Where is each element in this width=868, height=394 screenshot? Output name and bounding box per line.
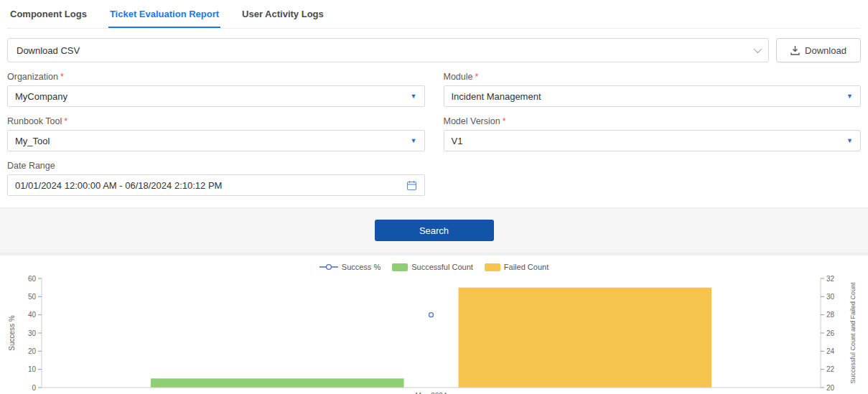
caret-down-icon: ▼ <box>411 93 417 100</box>
chart-card: Success %Successful CountFailed Count 01… <box>0 255 868 394</box>
svg-text:50: 50 <box>28 293 37 301</box>
field-runbook-tool: Runbook Tool* My_Tool ▼ <box>7 107 425 151</box>
model-version-select[interactable]: V1 ▼ <box>444 130 862 151</box>
chart: 010203040506020222426283032May 2024Month… <box>6 274 862 394</box>
field-model-version: Model Version* V1 ▼ <box>444 107 862 151</box>
svg-text:60: 60 <box>28 275 37 283</box>
svg-text:28: 28 <box>826 311 835 319</box>
top-section: Component Logs Ticket Evaluation Report … <box>0 0 868 207</box>
svg-text:22: 22 <box>826 365 835 373</box>
download-button-label: Download <box>805 45 846 56</box>
legend-line-icon <box>319 263 338 271</box>
legend-label: Success % <box>342 263 381 271</box>
svg-text:10: 10 <box>28 365 37 373</box>
export-row: Download CSV Download <box>7 38 861 62</box>
organization-select[interactable]: MyCompany ▼ <box>7 85 425 107</box>
download-button[interactable]: Download <box>776 38 861 62</box>
field-date-range: Date Range 01/01/2024 12:00:00 AM - 06/1… <box>7 151 425 196</box>
svg-text:32: 32 <box>826 275 835 283</box>
svg-text:0: 0 <box>32 384 36 392</box>
module-select[interactable]: Incident Management ▼ <box>444 85 862 107</box>
date-range-label: Date Range <box>7 161 425 171</box>
field-label-text: Module <box>444 72 473 82</box>
field-label-text: Date Range <box>7 161 55 171</box>
svg-text:26: 26 <box>826 329 835 337</box>
chart-legend: Success %Successful CountFailed Count <box>6 263 862 271</box>
tab-user-activity-logs[interactable]: User Activity Logs <box>241 0 325 28</box>
chevron-down-icon <box>754 45 762 53</box>
required-asterisk: * <box>60 72 64 82</box>
caret-down-icon: ▼ <box>846 93 853 100</box>
svg-text:40: 40 <box>28 311 37 319</box>
organization-value: MyCompany <box>15 91 67 102</box>
model-version-label: Model Version* <box>444 116 862 126</box>
runbook-tool-label: Runbook Tool* <box>7 116 425 126</box>
caret-down-icon: ▼ <box>846 138 853 144</box>
search-button[interactable]: Search <box>375 220 494 241</box>
date-range-value: 01/01/2024 12:00:00 AM - 06/18/2024 2:10… <box>15 180 222 191</box>
module-label: Module* <box>444 72 862 82</box>
legend-item[interactable]: Failed Count <box>485 263 549 271</box>
legend-bar-icon <box>485 263 500 271</box>
required-asterisk: * <box>64 116 67 126</box>
required-asterisk: * <box>503 116 506 126</box>
date-range-input[interactable]: 01/01/2024 12:00:00 AM - 06/18/2024 2:10… <box>7 174 425 196</box>
svg-text:30: 30 <box>826 293 835 301</box>
legend-label: Failed Count <box>504 263 549 271</box>
svg-text:24: 24 <box>826 347 835 355</box>
svg-text:20: 20 <box>28 347 37 355</box>
legend-item[interactable]: Successful Count <box>392 263 473 271</box>
download-csv-value: Download CSV <box>17 45 80 56</box>
tab-ticket-evaluation-report[interactable]: Ticket Evaluation Report <box>108 0 220 28</box>
runbook-tool-select[interactable]: My_Tool ▼ <box>7 130 425 151</box>
organization-label: Organization* <box>7 72 425 82</box>
svg-text:30: 30 <box>28 329 37 337</box>
legend-bar-icon <box>392 263 408 271</box>
svg-text:Successful Count and Failed Co: Successful Count and Failed Count <box>849 282 857 384</box>
field-label-text: Model Version <box>444 116 500 126</box>
legend-item[interactable]: Success % <box>319 263 381 271</box>
legend-label: Successful Count <box>411 263 473 271</box>
filter-form: Organization* MyCompany ▼ Module* Incide… <box>7 62 861 196</box>
field-organization: Organization* MyCompany ▼ <box>7 62 425 107</box>
field-label-text: Runbook Tool <box>7 116 62 126</box>
calendar-icon[interactable] <box>406 180 417 191</box>
runbook-tool-value: My_Tool <box>15 136 50 146</box>
search-section: Search <box>0 209 868 252</box>
required-asterisk: * <box>475 72 479 82</box>
model-version-value: V1 <box>452 136 463 146</box>
tab-component-logs[interactable]: Component Logs <box>9 0 88 28</box>
svg-text:Success %: Success % <box>8 315 16 351</box>
tab-bar: Component Logs Ticket Evaluation Report … <box>7 0 861 29</box>
svg-text:20: 20 <box>826 384 835 392</box>
field-module: Module* Incident Management ▼ <box>444 62 862 107</box>
download-icon <box>790 45 800 55</box>
caret-down-icon: ▼ <box>411 138 417 144</box>
field-label-text: Organization <box>7 72 58 82</box>
chart-svg: 010203040506020222426283032May 2024Month… <box>6 274 862 394</box>
module-value: Incident Management <box>452 91 541 102</box>
download-csv-select[interactable]: Download CSV <box>7 38 769 62</box>
